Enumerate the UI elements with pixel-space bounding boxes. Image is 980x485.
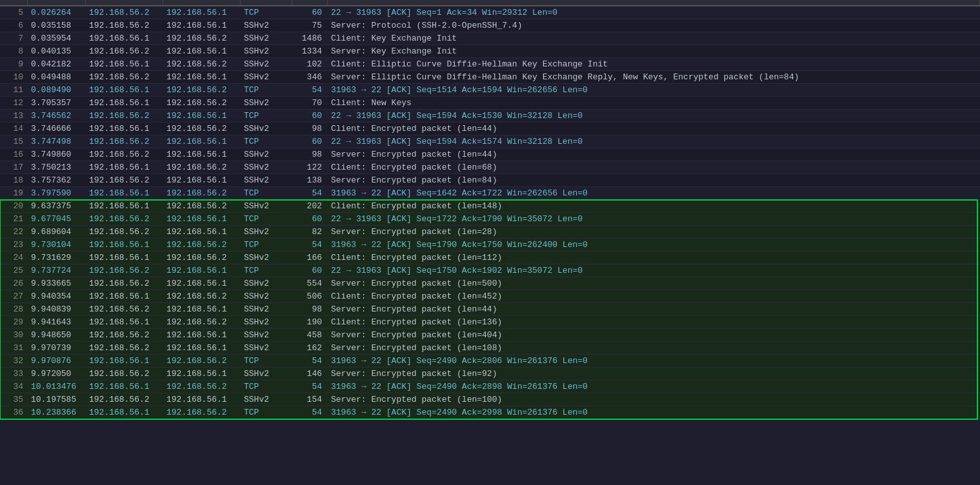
cell-destination: 192.168.56.1 xyxy=(163,226,240,239)
table-row[interactable]: 239.730104192.168.56.1192.168.56.2TCP543… xyxy=(0,239,980,252)
table-row[interactable]: 269.933665192.168.56.2192.168.56.1SSHv25… xyxy=(0,277,980,290)
cell-time: 0.049488 xyxy=(27,71,85,84)
cell-protocol: SSHv2 xyxy=(240,200,292,213)
table-row[interactable]: 3610.238366192.168.56.1192.168.56.2TCP54… xyxy=(0,406,980,419)
cell-protocol: TCP xyxy=(240,6,292,19)
table-row[interactable]: 100.049488192.168.56.2192.168.56.1SSHv23… xyxy=(0,71,980,84)
cell-protocol: SSHv2 xyxy=(240,19,292,32)
cell-length: 54 xyxy=(292,84,327,97)
cell-time: 9.970739 xyxy=(27,342,85,355)
cell-no: 13 xyxy=(0,110,27,123)
col-header-protocol xyxy=(240,0,292,6)
cell-source: 192.168.56.2 xyxy=(85,110,163,123)
cell-destination: 192.168.56.1 xyxy=(163,393,240,406)
cell-time: 9.940354 xyxy=(27,290,85,303)
table-row[interactable]: 70.035954192.168.56.1192.168.56.2SSHv214… xyxy=(0,32,980,45)
cell-info: 22 → 31963 [ACK] Seq=1 Ack=34 Win=29312 … xyxy=(327,6,980,19)
table-row[interactable]: 90.042182192.168.56.1192.168.56.2SSHv210… xyxy=(0,58,980,71)
cell-source: 192.168.56.2 xyxy=(85,6,163,19)
cell-time: 3.757362 xyxy=(27,174,85,187)
table-row[interactable]: 289.940839192.168.56.2192.168.56.1SSHv29… xyxy=(0,303,980,316)
cell-no: 36 xyxy=(0,406,27,419)
cell-length: 60 xyxy=(292,110,327,123)
cell-no: 23 xyxy=(0,239,27,252)
cell-length: 54 xyxy=(292,355,327,368)
cell-source: 192.168.56.1 xyxy=(85,58,163,71)
table-row[interactable]: 60.035158192.168.56.2192.168.56.1SSHv275… xyxy=(0,19,980,32)
cell-destination: 192.168.56.1 xyxy=(163,45,240,58)
cell-time: 10.238366 xyxy=(27,406,85,419)
cell-destination: 192.168.56.1 xyxy=(163,277,240,290)
table-row[interactable]: 329.970876192.168.56.1192.168.56.2TCP543… xyxy=(0,355,980,368)
cell-protocol: TCP xyxy=(240,355,292,368)
cell-length: 458 xyxy=(292,329,327,342)
table-row[interactable]: 183.757362192.168.56.2192.168.56.1SSHv21… xyxy=(0,174,980,187)
cell-source: 192.168.56.1 xyxy=(85,290,163,303)
cell-time: 3.750213 xyxy=(27,161,85,174)
cell-protocol: SSHv2 xyxy=(240,148,292,161)
table-row[interactable]: 163.749860192.168.56.2192.168.56.1SSHv29… xyxy=(0,148,980,161)
cell-source: 192.168.56.2 xyxy=(85,329,163,342)
cell-no: 14 xyxy=(0,123,27,135)
table-row[interactable]: 123.705357192.168.56.1192.168.56.2SSHv27… xyxy=(0,97,980,110)
table-row[interactable]: 50.026264192.168.56.2192.168.56.1TCP6022… xyxy=(0,6,980,19)
table-row[interactable]: 3510.197585192.168.56.2192.168.56.1SSHv2… xyxy=(0,393,980,406)
cell-no: 25 xyxy=(0,264,27,277)
cell-destination: 192.168.56.2 xyxy=(163,97,240,110)
table-row[interactable]: 133.746562192.168.56.2192.168.56.1TCP602… xyxy=(0,110,980,123)
cell-no: 21 xyxy=(0,213,27,226)
table-row[interactable]: 3410.013476192.168.56.1192.168.56.2TCP54… xyxy=(0,381,980,393)
cell-no: 33 xyxy=(0,368,27,381)
table-row[interactable]: 80.040135192.168.56.2192.168.56.1SSHv213… xyxy=(0,45,980,58)
table-section: 50.026264192.168.56.2192.168.56.1TCP6022… xyxy=(0,0,980,485)
cell-no: 30 xyxy=(0,329,27,342)
cell-protocol: TCP xyxy=(240,84,292,97)
cell-protocol: SSHv2 xyxy=(240,329,292,342)
cell-source: 192.168.56.2 xyxy=(85,71,163,84)
cell-no: 17 xyxy=(0,161,27,174)
table-row[interactable]: 299.941643192.168.56.1192.168.56.2SSHv21… xyxy=(0,316,980,329)
cell-no: 27 xyxy=(0,290,27,303)
table-row[interactable]: 259.737724192.168.56.2192.168.56.1TCP602… xyxy=(0,264,980,277)
cell-source: 192.168.56.1 xyxy=(85,252,163,264)
cell-protocol: SSHv2 xyxy=(240,368,292,381)
packet-rows: 50.026264192.168.56.2192.168.56.1TCP6022… xyxy=(0,6,980,419)
cell-info: 31963 → 22 [ACK] Seq=2490 Ack=2998 Win=2… xyxy=(327,406,980,419)
cell-info: Server: Encrypted packet (len=404) xyxy=(327,329,980,342)
table-row[interactable]: 309.948650192.168.56.2192.168.56.1SSHv24… xyxy=(0,329,980,342)
cell-info: Client: Encrypted packet (len=452) xyxy=(327,290,980,303)
table-row[interactable]: 110.089490192.168.56.1192.168.56.2TCP543… xyxy=(0,84,980,97)
table-row[interactable]: 153.747498192.168.56.2192.168.56.1TCP602… xyxy=(0,135,980,148)
table-row[interactable]: 219.677045192.168.56.2192.168.56.1TCP602… xyxy=(0,213,980,226)
cell-length: 60 xyxy=(292,264,327,277)
cell-time: 9.933665 xyxy=(27,277,85,290)
table-row[interactable]: 209.637375192.168.56.1192.168.56.2SSHv22… xyxy=(0,200,980,213)
table-row[interactable]: 229.689604192.168.56.2192.168.56.1SSHv28… xyxy=(0,226,980,239)
table-row[interactable]: 143.746666192.168.56.1192.168.56.2SSHv29… xyxy=(0,123,980,135)
cell-source: 192.168.56.2 xyxy=(85,213,163,226)
table-row[interactable]: 249.731629192.168.56.1192.168.56.2SSHv21… xyxy=(0,252,980,264)
cell-source: 192.168.56.1 xyxy=(85,381,163,393)
cell-time: 9.731629 xyxy=(27,252,85,264)
cell-time: 9.940839 xyxy=(27,303,85,316)
table-row[interactable]: 193.797590192.168.56.1192.168.56.2TCP543… xyxy=(0,187,980,200)
cell-time: 0.040135 xyxy=(27,45,85,58)
cell-length: 146 xyxy=(292,368,327,381)
cell-no: 6 xyxy=(0,19,27,32)
cell-length: 98 xyxy=(292,148,327,161)
table-row[interactable]: 319.970739192.168.56.2192.168.56.1SSHv21… xyxy=(0,342,980,355)
cell-length: 166 xyxy=(292,252,327,264)
cell-time: 0.089490 xyxy=(27,84,85,97)
cell-source: 192.168.56.1 xyxy=(85,316,163,329)
cell-no: 32 xyxy=(0,355,27,368)
col-header-destination xyxy=(163,0,240,6)
cell-info: Server: Encrypted packet (len=500) xyxy=(327,277,980,290)
cell-destination: 192.168.56.1 xyxy=(163,110,240,123)
table-row[interactable]: 173.750213192.168.56.1192.168.56.2SSHv21… xyxy=(0,161,980,174)
table-row[interactable]: 339.972050192.168.56.2192.168.56.1SSHv21… xyxy=(0,368,980,381)
cell-info: Client: Key Exchange Init xyxy=(327,32,980,45)
cell-destination: 192.168.56.2 xyxy=(163,316,240,329)
cell-length: 122 xyxy=(292,161,327,174)
table-row[interactable]: 279.940354192.168.56.1192.168.56.2SSHv25… xyxy=(0,290,980,303)
cell-length: 54 xyxy=(292,381,327,393)
